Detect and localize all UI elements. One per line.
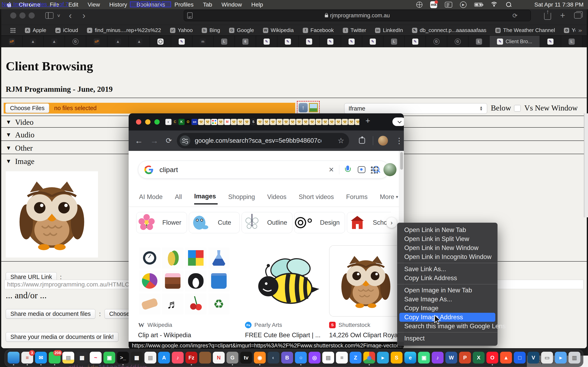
tab-favicon[interactable] <box>263 119 269 125</box>
tab-favicon[interactable] <box>257 119 263 125</box>
safari-icon[interactable]: ○ <box>295 352 307 364</box>
docker-icon[interactable]: □ <box>514 352 526 364</box>
bookmark-item[interactable]: ● find_minus....rep+%22s%22 <box>87 27 161 33</box>
browser-tab[interactable] <box>405 36 426 47</box>
browser-tab[interactable] <box>362 36 383 47</box>
tab-favicon[interactable] <box>198 119 204 125</box>
browser-tab[interactable] <box>1 36 22 47</box>
profile-avatar[interactable] <box>378 136 388 146</box>
vs-new-window-checkbox[interactable] <box>514 105 521 111</box>
bookmark-item[interactable]: ✎ db_connect.p...aaasaaafaas <box>412 27 486 33</box>
search-query[interactable]: clipart <box>159 166 178 174</box>
news-icon[interactable]: N <box>213 352 225 364</box>
tab-search-button[interactable] <box>392 117 404 126</box>
browser-tab[interactable] <box>426 36 447 47</box>
section-other[interactable]: ▼Other <box>6 143 33 152</box>
camera-app-icon[interactable]: ▣ <box>418 352 430 364</box>
sidebar-toggle-icon[interactable] <box>45 12 53 19</box>
trash-icon[interactable]: ▥ <box>569 352 580 364</box>
forward-button[interactable]: › <box>82 10 86 21</box>
health-graph-icon[interactable]: ~ <box>90 352 102 364</box>
browser-tab[interactable] <box>107 36 129 47</box>
input-source-icon[interactable] <box>416 1 423 8</box>
result-source[interactable]: Shutterstock <box>338 322 370 328</box>
scrollbar-thumb[interactable] <box>400 152 403 170</box>
tab-favicon[interactable] <box>296 119 302 125</box>
messages-icon[interactable]: 208 <box>49 352 61 364</box>
tab-favicon[interactable] <box>211 119 217 125</box>
search-category-tab[interactable]: AI Mode <box>139 193 164 205</box>
share-submit-button[interactable]: Share your media or documents or link! <box>6 332 118 342</box>
bbedit-icon[interactable]: B <box>281 352 293 364</box>
tab-favicon[interactable] <box>191 119 198 125</box>
zoom-icon[interactable]: Z <box>350 352 362 364</box>
tab-favicon[interactable] <box>329 119 335 125</box>
result-image-owl[interactable] <box>329 245 403 317</box>
context-menu-item[interactable]: Inspect <box>397 334 497 343</box>
tab-favicon[interactable] <box>250 119 256 125</box>
bookmark-star-icon[interactable]: ☆ <box>338 136 344 145</box>
zoom-window-button[interactable] <box>29 12 35 18</box>
calculator-icon[interactable]: ▦ <box>131 352 143 364</box>
search-category-tab[interactable]: Images <box>194 193 218 205</box>
itunes-icon[interactable]: ♪ <box>432 352 444 364</box>
choose-files-button[interactable]: Choose Files <box>5 103 49 113</box>
context-menu-item[interactable]: Copy Link Address <box>397 274 497 283</box>
facetime-icon[interactable]: ▣ <box>104 352 115 364</box>
window-manager-icon[interactable] <box>445 1 452 8</box>
bookmark-item[interactable]: G Google <box>229 27 254 33</box>
target-select[interactable]: Iframe ▲▼ <box>344 103 487 114</box>
tab-favicon[interactable] <box>277 119 283 125</box>
firefox-icon[interactable]: ◉ <box>254 352 266 364</box>
powerpoint-icon[interactable]: P <box>459 352 471 364</box>
menu-item[interactable]: Edit <box>68 1 78 8</box>
tab-favicon[interactable] <box>348 119 355 125</box>
new-tab-button[interactable]: + <box>365 116 370 125</box>
system-settings-icon[interactable]: ≡3 <box>21 352 33 364</box>
browser-tab[interactable] <box>129 36 150 47</box>
bookmark-item[interactable]: ☁ iCloud <box>55 27 78 33</box>
filter-chip[interactable]: Cute <box>189 212 240 233</box>
section-video[interactable]: ▼Video <box>6 118 34 127</box>
search-category-tab[interactable]: Short videos <box>299 193 336 205</box>
browser-tab[interactable] <box>320 36 341 47</box>
search-category-tab[interactable]: More ▾ <box>380 193 398 205</box>
result-title[interactable]: Clip art - Wikipedia <box>138 332 226 339</box>
result-title[interactable]: 14,226 Owl Clipart Royalt <box>329 332 398 339</box>
tab-favicon[interactable] <box>355 119 359 125</box>
close-window-button[interactable] <box>136 119 141 125</box>
chrome-menu-icon[interactable]: ⋮ <box>395 136 403 145</box>
context-menu-item[interactable]: Open Link in Incognito Window <box>397 252 497 261</box>
browser-tab[interactable] <box>65 36 86 47</box>
browser-tab[interactable] <box>192 36 214 47</box>
minimize-window-button[interactable] <box>145 119 150 125</box>
zoom-window-button[interactable] <box>154 119 160 125</box>
window-thumbnail-icon[interactable]: ▭ <box>541 352 553 364</box>
tab-favicon[interactable] <box>342 119 348 125</box>
search-category-tab[interactable]: Videos <box>267 193 288 205</box>
image-icon[interactable] <box>309 103 318 112</box>
context-menu-item[interactable]: Copy Image <box>397 304 497 313</box>
wood-app-icon[interactable] <box>199 352 211 364</box>
tab-favicon[interactable] <box>218 119 224 125</box>
bookmark-item[interactable]: f Facebook <box>303 27 334 33</box>
downloads-folder-icon[interactable]: ▸ <box>555 352 567 364</box>
menu-item[interactable]: Help <box>251 1 263 8</box>
context-menu-item[interactable]: Copy Image Address <box>399 313 495 322</box>
menu-item[interactable]: View <box>87 1 100 8</box>
tab-favicon[interactable] <box>165 119 172 125</box>
bookmark-item[interactable]: in LinkedIn <box>375 27 403 33</box>
apple-tv-icon[interactable]: tv <box>240 352 252 364</box>
podcasts-icon[interactable]: ◎ <box>309 352 320 364</box>
chevron-down-icon[interactable]: ∨ <box>57 13 61 18</box>
wifi-icon[interactable] <box>490 2 498 8</box>
brave-icon[interactable]: ▲ <box>500 352 512 364</box>
tab-favicon[interactable] <box>270 119 276 125</box>
spotlight-search-icon[interactable] <box>506 2 512 8</box>
context-menu-item[interactable]: Open Link in New Tab <box>397 225 497 234</box>
browser-tab[interactable] <box>171 36 192 47</box>
filter-chip[interactable]: Design <box>294 212 345 233</box>
tab-favicon[interactable] <box>172 119 178 125</box>
browser-tab[interactable] <box>256 36 277 47</box>
bookmarks-overflow-icon[interactable]: » <box>575 27 581 34</box>
